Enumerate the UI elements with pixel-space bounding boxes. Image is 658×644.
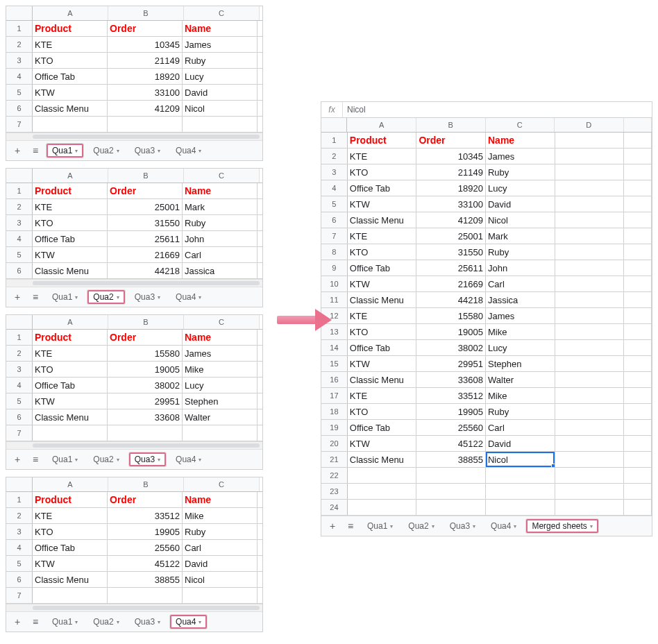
cell[interactable] [555,308,625,323]
tab-qua3[interactable]: Qua3▾ [129,290,166,304]
cell[interactable]: Classic Menu [348,212,417,228]
cell[interactable]: Office Tab [348,260,417,276]
cell[interactable] [624,404,652,419]
tab-qua4[interactable]: Qua4▾ [170,452,207,466]
cell[interactable]: Classic Menu [348,372,417,387]
row-header[interactable]: 16 [321,372,348,387]
row-header[interactable]: 19 [321,420,348,435]
cell[interactable]: John [486,260,555,276]
row-header[interactable]: 2 [6,37,33,52]
cell[interactable]: James [486,308,555,323]
cell[interactable]: KTE [33,346,108,361]
cell[interactable]: 18920 [108,69,183,84]
cell[interactable]: KTO [348,404,417,419]
cell[interactable]: Product [348,133,417,148]
cell[interactable]: 25001 [416,228,486,244]
col-B[interactable]: B [108,6,184,20]
cell[interactable]: 10345 [416,149,486,164]
cell[interactable] [183,588,258,603]
col-C[interactable]: C [184,169,260,183]
cell[interactable]: KTO [33,53,108,68]
cell[interactable]: 19005 [416,324,486,339]
cell[interactable]: Jassica [486,292,555,307]
cell[interactable]: Office Tab [348,420,417,435]
tab-qua1[interactable]: Qua1▾ [47,290,83,304]
cell[interactable]: 19905 [416,404,486,419]
cell[interactable]: 18920 [416,180,486,196]
cell[interactable] [624,228,652,244]
cell[interactable] [555,276,625,291]
row-header[interactable]: 18 [321,404,348,419]
tab-qua2[interactable]: Qua2▾ [87,452,124,466]
row-header[interactable]: 24 [321,500,348,515]
cell[interactable]: Lucy [486,340,555,355]
row-header[interactable]: 1 [6,492,33,507]
row-header[interactable]: 5 [321,196,348,212]
add-sheet-button[interactable]: + [10,290,24,304]
cell[interactable]: 19005 [108,362,183,377]
cell[interactable]: KTW [348,196,417,212]
row-header[interactable]: 17 [321,388,348,403]
col-B[interactable]: B [108,169,184,183]
cell[interactable]: 41209 [416,212,486,228]
tab-qua2[interactable]: Qua2▾ [87,144,124,158]
row-header[interactable]: 21 [321,452,348,467]
col-B[interactable]: B [108,315,184,329]
cell[interactable]: KTO [348,324,417,339]
col-B[interactable]: B [416,118,486,132]
cell[interactable]: James [183,37,258,52]
cell[interactable]: Lucy [486,180,555,196]
cell[interactable]: KTW [33,247,108,262]
tab-qua1[interactable]: Qua1▾ [362,519,398,533]
cell[interactable]: KTW [33,393,108,409]
cell[interactable]: KTE [348,308,417,323]
cell[interactable]: 31550 [416,244,486,260]
cell[interactable]: Nicol [183,101,258,116]
cell[interactable]: KTW [33,556,108,571]
cell[interactable] [555,500,625,515]
cell[interactable]: 19905 [108,524,183,539]
cell[interactable]: 10345 [108,37,183,52]
cell[interactable] [555,292,625,307]
cell[interactable]: 21149 [108,53,183,68]
cell[interactable]: Ruby [486,244,555,260]
cell[interactable] [555,484,625,499]
row-header[interactable]: 8 [321,244,348,260]
row-header[interactable]: 6 [6,263,33,278]
row-header[interactable]: 4 [6,231,33,246]
cell[interactable]: Carl [486,276,555,291]
row-header[interactable]: 7 [6,425,33,441]
cell[interactable]: Name [486,133,555,148]
row-header[interactable]: 5 [6,247,33,262]
cell[interactable]: Product [33,492,108,507]
cell[interactable]: Nicol [183,572,258,587]
cell[interactable] [555,404,625,419]
row-header[interactable]: 3 [6,215,33,230]
row-header[interactable]: 2 [321,149,348,164]
row-header[interactable]: 7 [321,228,348,244]
cell[interactable]: 33608 [108,409,183,425]
cell[interactable]: Ruby [183,53,258,68]
cell[interactable] [33,588,108,603]
cell[interactable] [624,180,652,196]
cell[interactable] [624,468,652,483]
cell[interactable] [624,372,652,387]
row-header[interactable]: 1 [6,183,33,198]
all-sheets-button[interactable]: ≡ [28,615,42,629]
all-sheets-button[interactable]: ≡ [28,290,42,304]
cell[interactable] [555,196,625,212]
row-header[interactable]: 4 [6,378,33,393]
cell[interactable] [33,425,108,441]
cell[interactable]: Jassica [183,263,258,278]
row-header[interactable]: 15 [321,356,348,371]
row-header[interactable]: 6 [6,101,33,116]
cell[interactable]: Stephen [486,356,555,371]
col-C[interactable]: C [184,6,260,20]
cell[interactable]: Mark [486,228,555,244]
cell[interactable]: Office Tab [33,69,108,84]
row-header[interactable]: 5 [6,393,33,409]
row-header[interactable]: 11 [321,292,348,307]
cell[interactable] [183,117,258,132]
row-header[interactable]: 6 [321,212,348,228]
cell[interactable]: 44218 [108,263,183,278]
